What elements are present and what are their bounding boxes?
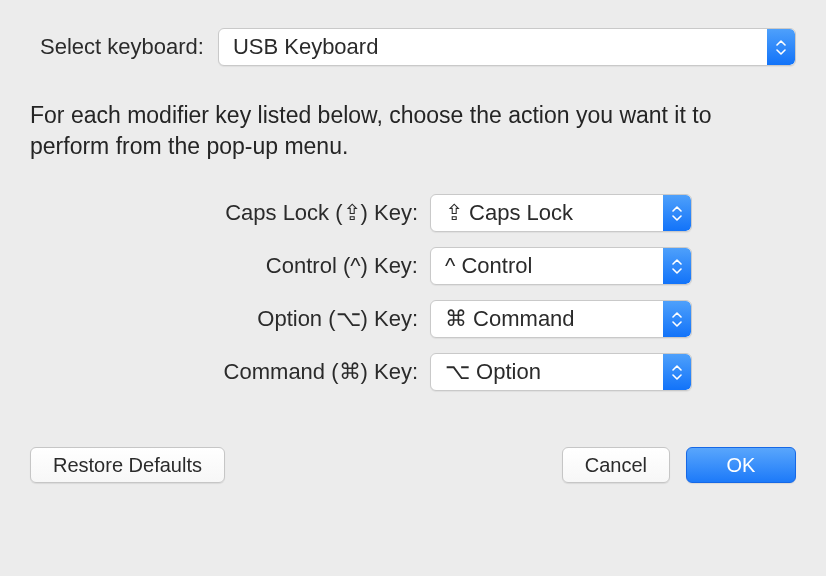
- row-caps-lock: Caps Lock (⇪) Key: ⇪ Caps Lock: [30, 194, 796, 232]
- select-keyboard-dropdown[interactable]: USB Keyboard: [218, 28, 796, 66]
- restore-defaults-button[interactable]: Restore Defaults: [30, 447, 225, 483]
- row-option: Option (⌥) Key: ⌘ Command: [30, 300, 796, 338]
- dropdown-stepper-icon: [663, 354, 691, 390]
- modifier-keys-dialog: Select keyboard: USB Keyboard For each m…: [0, 0, 826, 513]
- option-dropdown[interactable]: ⌘ Command: [430, 300, 692, 338]
- control-value: ^ Control: [445, 253, 532, 278]
- option-value: ⌘ Command: [445, 306, 575, 331]
- select-keyboard-label: Select keyboard:: [40, 34, 204, 60]
- row-command: Command (⌘) Key: ⌥ Option: [30, 353, 796, 391]
- caps-lock-value: ⇪ Caps Lock: [445, 200, 573, 225]
- row-caps-lock-label: Caps Lock (⇪) Key:: [30, 200, 430, 226]
- row-command-label: Command (⌘) Key:: [30, 359, 430, 385]
- row-control: Control (^) Key: ^ Control: [30, 247, 796, 285]
- caps-lock-dropdown[interactable]: ⇪ Caps Lock: [430, 194, 692, 232]
- modifier-rows: Caps Lock (⇪) Key: ⇪ Caps Lock Control (…: [30, 194, 796, 391]
- command-dropdown[interactable]: ⌥ Option: [430, 353, 692, 391]
- dropdown-stepper-icon: [767, 29, 795, 65]
- instruction-text: For each modifier key listed below, choo…: [30, 100, 796, 162]
- control-dropdown[interactable]: ^ Control: [430, 247, 692, 285]
- row-option-label: Option (⌥) Key:: [30, 306, 430, 332]
- command-value: ⌥ Option: [445, 359, 541, 384]
- cancel-button[interactable]: Cancel: [562, 447, 670, 483]
- select-keyboard-value: USB Keyboard: [233, 34, 379, 59]
- row-control-label: Control (^) Key:: [30, 253, 430, 279]
- ok-button[interactable]: OK: [686, 447, 796, 483]
- dropdown-stepper-icon: [663, 248, 691, 284]
- dropdown-stepper-icon: [663, 301, 691, 337]
- select-keyboard-row: Select keyboard: USB Keyboard: [30, 28, 796, 66]
- button-bar: Restore Defaults Cancel OK: [30, 447, 796, 483]
- dropdown-stepper-icon: [663, 195, 691, 231]
